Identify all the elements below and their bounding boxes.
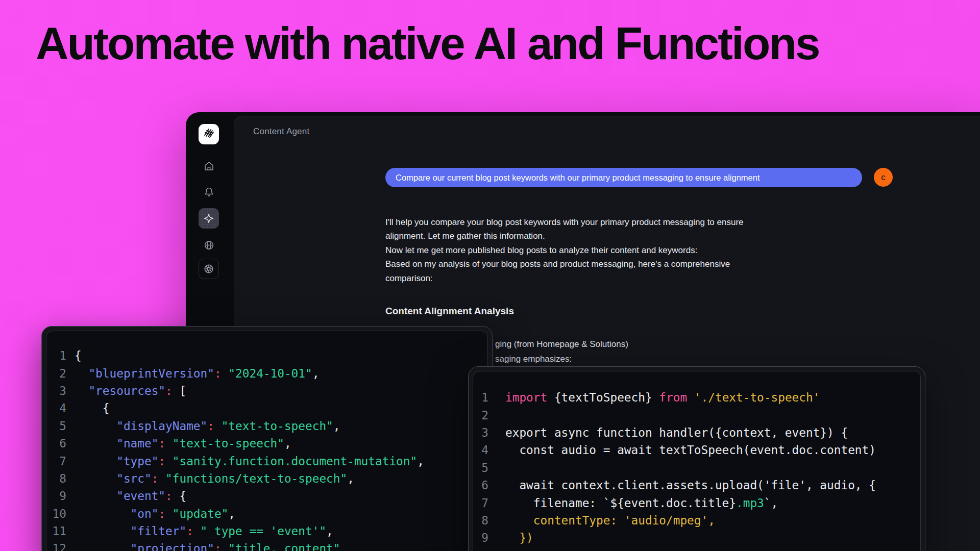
line-number: 3 — [473, 426, 488, 439]
wheel-icon — [203, 263, 214, 274]
line-number: 11 — [46, 524, 66, 538]
code-line: 6 "name": "text-to-speech", — [46, 435, 487, 452]
line-number: 5 — [46, 419, 66, 433]
assistant-message: I'll help you compare your blog post key… — [385, 215, 855, 285]
code-line: 4 { — [46, 399, 487, 417]
hero-title: Automate with native AI and Functions — [36, 15, 819, 72]
analysis-heading: Content Alignment Analysis — [385, 306, 514, 317]
line-number: 8 — [46, 472, 66, 485]
sidebar-item-ai-assist[interactable] — [199, 208, 219, 229]
line-number: 2 — [46, 367, 66, 380]
blueprint-json-editor[interactable]: 1{2 "blueprintVersion": "2024-10-01",3 "… — [46, 331, 488, 551]
function-code-window: 1import {textToSpeech} from './text-to-s… — [468, 366, 925, 551]
code-content: "blueprintVersion": "2024-10-01", — [75, 367, 319, 380]
bell-icon — [204, 187, 214, 197]
line-number: 5 — [473, 461, 488, 474]
code-line: 4 const audio = await textToSpeech(event… — [473, 441, 920, 459]
code-content: contentType: 'audio/mpeg', — [505, 514, 715, 527]
line-number: 9 — [46, 489, 66, 503]
line-number: 8 — [473, 514, 488, 527]
user-message-bubble: Compare our current blog post keywords w… — [385, 168, 862, 187]
sanity-logo-button[interactable] — [199, 124, 219, 144]
code-content: "name": "text-to-speech", — [75, 437, 291, 450]
line-number: 1 — [473, 391, 488, 404]
sidebar-item-globe[interactable] — [199, 235, 219, 255]
code-content: import {textToSpeech} from './text-to-sp… — [505, 391, 820, 404]
assistant-message-partial: ging (from Homepage & Solutions) saging … — [495, 337, 628, 366]
function-code-editor[interactable]: 1import {textToSpeech} from './text-to-s… — [473, 371, 921, 551]
code-line: 12 "projection": "title, content" — [46, 540, 487, 551]
code-content: "on": "update", — [75, 507, 235, 520]
code-content: "event": { — [75, 489, 186, 503]
code-content: "projection": "title, content" — [75, 542, 340, 551]
user-avatar: c — [874, 168, 893, 187]
code-content: "resources": [ — [75, 384, 186, 397]
code-line: 9 }) — [473, 529, 920, 546]
line-number: 6 — [473, 479, 488, 492]
line-number: 9 — [473, 531, 488, 544]
code-line: 1{ — [46, 347, 487, 364]
code-content: await context.client.assets.upload('file… — [505, 479, 876, 492]
code-line: 2 — [473, 406, 920, 423]
line-number: 10 — [46, 507, 66, 520]
code-content: "filter": "_type == 'event'", — [75, 524, 333, 538]
line-number: 3 — [46, 384, 66, 397]
code-content: "displayName": "text-to-speech", — [75, 419, 340, 433]
line-number: 7 — [473, 496, 488, 510]
code-line: 7 "type": "sanity.function.document-muta… — [46, 452, 487, 469]
line-number: 4 — [473, 443, 488, 457]
user-message-row: Compare our current blog post keywords w… — [385, 168, 862, 187]
code-content: export async function handler({context, … — [505, 426, 848, 439]
code-line: 8 contentType: 'audio/mpeg', — [473, 512, 920, 529]
panel-title: Content Agent — [253, 127, 309, 137]
blueprint-json-window: 1{2 "blueprintVersion": "2024-10-01",3 "… — [41, 326, 493, 551]
code-content: filename: `${event.doc.title}.mp3`, — [505, 496, 778, 510]
line-number: 12 — [46, 542, 66, 551]
code-line: 5 — [473, 459, 920, 477]
line-number: 6 — [46, 437, 66, 450]
globe-icon — [204, 240, 214, 251]
line-number: 1 — [46, 349, 66, 362]
code-line: 9 "event": { — [46, 487, 487, 505]
line-number: 2 — [473, 409, 488, 422]
code-content: "src": "functions/text-to-speech", — [75, 472, 354, 485]
code-line: 5 "displayName": "text-to-speech", — [46, 417, 487, 435]
code-line: 7 filename: `${event.doc.title}.mp3`, — [473, 494, 920, 511]
code-content: { — [75, 349, 82, 362]
code-line: 3export async function handler({context,… — [473, 424, 920, 441]
home-icon — [204, 161, 214, 171]
code-line: 1import {textToSpeech} from './text-to-s… — [473, 389, 920, 406]
sparkle-icon — [203, 212, 215, 224]
code-line: 6 await context.client.assets.upload('fi… — [473, 477, 920, 494]
sidebar-item-plugin[interactable] — [199, 259, 219, 279]
code-content: { — [75, 402, 109, 415]
line-number: 4 — [46, 402, 66, 415]
code-line: 3 "resources": [ — [46, 382, 487, 399]
line-number: 7 — [46, 455, 66, 468]
code-content: "type": "sanity.function.document-mutati… — [75, 455, 424, 468]
code-line: 2 "blueprintVersion": "2024-10-01", — [46, 364, 487, 382]
code-content: }) — [505, 531, 533, 544]
code-content: const audio = await textToSpeech(event.d… — [505, 443, 876, 457]
code-line: 8 "src": "functions/text-to-speech", — [46, 470, 487, 487]
code-line: 11 "filter": "_type == 'event'", — [46, 522, 487, 540]
sanity-logo-icon — [202, 127, 215, 142]
sidebar-item-home[interactable] — [199, 156, 219, 176]
code-line: 10 "on": "update", — [46, 505, 487, 522]
sidebar-item-notifications[interactable] — [199, 182, 219, 202]
